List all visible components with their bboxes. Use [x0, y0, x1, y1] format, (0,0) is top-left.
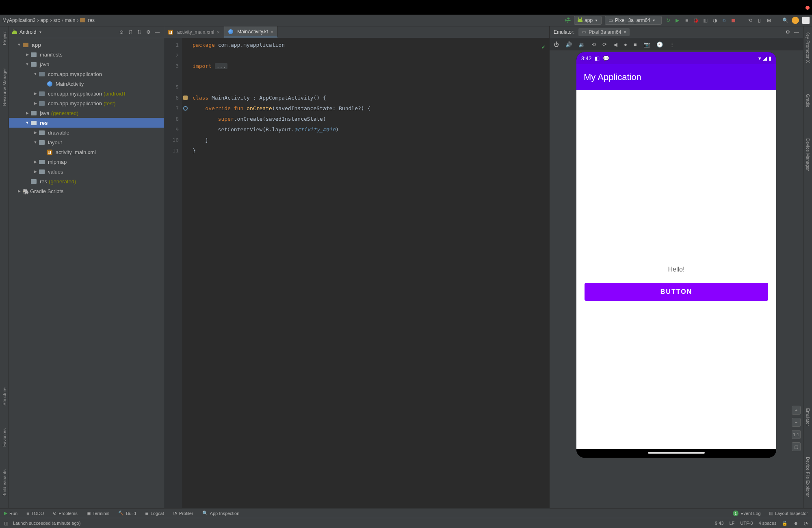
zoom-out-icon[interactable]: −	[792, 418, 801, 427]
tree-package-androidtest[interactable]: ▶com.app.myapplication (androidT	[9, 89, 164, 98]
hide-icon[interactable]: —	[794, 29, 799, 35]
debug-bug-icon[interactable]: 🐞	[693, 17, 699, 24]
readonly-lock-icon[interactable]: 🔓	[782, 521, 788, 526]
code-editor[interactable]: 1 2 3 5 6 7 8 9 10 11 package com.app.my…	[164, 38, 549, 508]
tool-gradle-tab[interactable]: Gradle	[806, 91, 810, 111]
tree-java[interactable]: ▼java	[9, 59, 164, 69]
tool-structure-tab[interactable]: Structure	[2, 384, 7, 409]
breadcrumb-item[interactable]: app	[40, 15, 48, 26]
search-everywhere-icon[interactable]: 🔍	[782, 17, 788, 24]
tree-drawable[interactable]: ▶drawable	[9, 128, 164, 137]
close-tab-icon[interactable]: ×	[271, 29, 274, 35]
stop-icon[interactable]	[730, 17, 736, 24]
volume-up-icon[interactable]: 🔊	[565, 41, 572, 48]
line-separator[interactable]: LF	[729, 521, 734, 526]
layout-inspector-button[interactable]: ▥Layout Inspector	[769, 511, 808, 516]
zoom-in-icon[interactable]: +	[792, 406, 801, 415]
run-options-icon[interactable]: ≡	[684, 17, 690, 24]
status-icon[interactable]: ◫	[4, 521, 8, 526]
zoom-reset[interactable]: 1:1	[792, 430, 801, 439]
tool-device-file-explorer-tab[interactable]: Device File Explorer	[806, 454, 810, 500]
breadcrumb-item[interactable]: MyApplication2	[2, 15, 35, 26]
emulator-viewport[interactable]: 3:42 ◧ 💬 ▾ ◢ ▮ My Application Hello! BUT…	[550, 50, 803, 508]
tree-gradle-scripts[interactable]: ▶🐘Gradle Scripts	[9, 186, 164, 196]
tree-manifests[interactable]: ▶manifests	[9, 50, 164, 59]
close-tab-icon[interactable]: ×	[217, 29, 220, 35]
run-icon[interactable]: ▶	[674, 17, 680, 24]
tool-app-inspection-tab[interactable]: 🔍App Inspection	[202, 511, 240, 516]
app-button[interactable]: BUTTON	[585, 283, 768, 301]
reload-run-icon[interactable]: ↻	[665, 17, 671, 24]
rotate-right-icon[interactable]: ⟳	[602, 41, 607, 48]
hide-icon[interactable]: —	[154, 29, 160, 35]
tool-project-tab[interactable]: Project	[2, 28, 7, 48]
more-icon[interactable]: ⋮	[669, 41, 675, 48]
back-icon[interactable]: ◀	[613, 41, 617, 48]
snapshot-icon[interactable]: 🕘	[656, 41, 663, 48]
close-tab-icon[interactable]: ×	[624, 29, 626, 35]
expand-all-icon[interactable]: ⇵	[127, 29, 134, 35]
event-log-button[interactable]: 1Event Log	[733, 511, 761, 516]
device-selector[interactable]: ▭ Pixel_3a_arm64 ▼	[605, 16, 662, 25]
inspections-ok-icon[interactable]: ✔	[542, 41, 545, 52]
chevron-down-icon[interactable]: ▼	[39, 30, 42, 34]
tool-build-tab[interactable]: 🔨Build	[118, 511, 136, 516]
memory-indicator-icon[interactable]: ◔	[804, 521, 808, 526]
editor-content[interactable]: package com.app.myapplication import ...…	[182, 38, 549, 508]
sync-gradle-icon[interactable]: ⟲	[747, 17, 753, 24]
indent-setting[interactable]: 4 spaces	[758, 521, 776, 526]
settings-gear-icon[interactable]: ⚙	[145, 29, 152, 35]
tool-run-tab[interactable]: ▶Run	[4, 511, 17, 516]
tree-res-generated[interactable]: res (generated)	[9, 176, 164, 186]
select-opened-file-icon[interactable]: ⊙	[118, 29, 125, 35]
tree-package-main[interactable]: ▼com.app.myapplication	[9, 69, 164, 79]
tool-profiler-tab[interactable]: ◔Profiler	[173, 511, 193, 516]
tool-terminal-tab[interactable]: ▣Terminal	[87, 511, 110, 516]
breadcrumb-item[interactable]: src	[53, 15, 60, 26]
tool-resource-manager-tab[interactable]: Resource Manager	[2, 65, 7, 109]
breadcrumb[interactable]: MyApplication2 › app › src › main › res	[2, 15, 95, 26]
editor-tab-mainactivity-kt[interactable]: MainActivity.kt ×	[224, 26, 278, 38]
tool-build-variants-tab[interactable]: Build Variants	[2, 466, 7, 500]
profile-icon[interactable]: ◑	[712, 17, 718, 24]
breadcrumb-item[interactable]: main	[65, 15, 75, 26]
tree-values[interactable]: ▶values	[9, 167, 164, 176]
device-nav-bar[interactable]	[576, 449, 776, 458]
tool-favorites-tab[interactable]: Favorites	[2, 425, 7, 450]
tool-emulator-tab[interactable]: Emulator	[806, 405, 810, 429]
build-icon[interactable]: ⚒	[563, 16, 572, 24]
tool-logcat-tab[interactable]: ≣Logcat	[145, 511, 164, 516]
caret-position[interactable]: 9:43	[715, 521, 723, 526]
project-view-title[interactable]: Android	[19, 29, 36, 35]
tree-layout[interactable]: ▼layout	[9, 137, 164, 147]
close-window-icon[interactable]	[806, 6, 810, 10]
user-avatar-icon[interactable]	[792, 17, 799, 24]
zoom-fit-icon[interactable]: ▢	[792, 442, 801, 451]
tree-module-app[interactable]: ▼app	[9, 40, 164, 50]
collapse-all-icon[interactable]: ⇅	[136, 29, 143, 35]
tree-file-mainactivity[interactable]: MainActivity	[9, 79, 164, 89]
editor-tab-activity-main-xml[interactable]: ◨ activity_main.xml ×	[164, 26, 224, 38]
run-config-selector[interactable]: app ▼	[574, 16, 602, 25]
app-content[interactable]: Hello! BUTTON	[576, 90, 776, 449]
volume-down-icon[interactable]: 🔉	[578, 41, 585, 48]
editor-gutter[interactable]: 1 2 3 5 6 7 8 9 10 11	[164, 38, 182, 508]
coverage-icon[interactable]: ◧	[702, 17, 708, 24]
screenshot-icon[interactable]: 📷	[643, 41, 650, 48]
tool-key-promoter-tab[interactable]: Key Promoter X	[806, 28, 810, 66]
ide-face-icon[interactable]: ☻	[793, 521, 798, 526]
emulator-device-tab[interactable]: ▭ Pixel 3a arm64 ×	[578, 28, 630, 36]
power-icon[interactable]: ⏻	[554, 41, 559, 48]
settings-gear-icon[interactable]: ⚙	[786, 29, 790, 35]
tool-device-manager-tab[interactable]: Device Manager	[806, 135, 810, 174]
tool-todo-tab[interactable]: ≡TODO	[26, 511, 44, 516]
tree-mipmap[interactable]: ▶mipmap	[9, 157, 164, 167]
tool-problems-tab[interactable]: ⊘Problems	[53, 511, 77, 516]
home-icon[interactable]: ●	[624, 41, 627, 48]
assistant-icon[interactable]	[802, 17, 810, 24]
overview-icon[interactable]: ■	[634, 41, 637, 48]
sdk-manager-icon[interactable]: ⊞	[766, 17, 772, 24]
tree-res[interactable]: ▼res	[9, 118, 164, 128]
tree-file-activity-main-xml[interactable]: ◨activity_main.xml	[9, 147, 164, 157]
breadcrumb-item[interactable]: res	[88, 15, 95, 26]
